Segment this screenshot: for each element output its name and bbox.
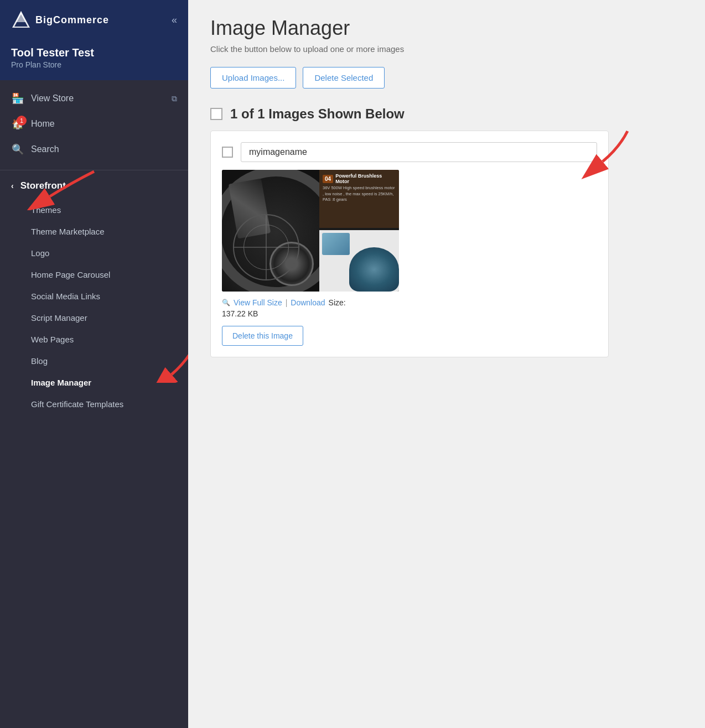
bigcommerce-logo-icon bbox=[11, 10, 31, 30]
view-store-label: View Store bbox=[31, 93, 74, 103]
motor-number: 04 bbox=[323, 175, 333, 183]
main-content: Image Manager Click the button below to … bbox=[188, 0, 705, 728]
store-icon: 🏪 bbox=[11, 92, 24, 105]
image-preview-left bbox=[222, 170, 319, 292]
image-preview-motor bbox=[319, 230, 399, 292]
sidebar-item-image-manager[interactable]: Image Manager bbox=[0, 372, 188, 393]
image-card: 04 Powerful Brushless Motor 36V 500W Hig… bbox=[210, 131, 609, 357]
sidebar-item-view-store[interactable]: 🏪 View Store ⧉ bbox=[0, 86, 188, 111]
image-preview-right: 04 Powerful Brushless Motor 36V 500W Hig… bbox=[319, 170, 399, 292]
sidebar-item-gift-certificate-templates[interactable]: Gift Certificate Templates bbox=[0, 393, 188, 415]
motor-description: 36V 500W High speed brushless motor , lo… bbox=[323, 185, 396, 203]
sidebar-item-theme-marketplace[interactable]: Theme Marketplace bbox=[0, 221, 188, 242]
delete-image-button[interactable]: Delete this Image bbox=[222, 326, 303, 346]
image-preview-wrapper: 04 Powerful Brushless Motor 36V 500W Hig… bbox=[222, 170, 597, 292]
home-label: Home bbox=[31, 119, 55, 129]
delete-selected-button[interactable]: Delete Selected bbox=[303, 67, 385, 89]
image-select-checkbox[interactable] bbox=[222, 147, 233, 158]
size-label: Size: bbox=[329, 298, 346, 307]
nav-section-main: 🏪 View Store ⧉ 🏠 1 Home 🔍 Search bbox=[0, 80, 188, 168]
view-full-size-link[interactable]: View Full Size bbox=[234, 298, 282, 307]
store-name: Tool Tester Test bbox=[11, 46, 177, 59]
sidebar-header: BigCommerce « bbox=[0, 0, 188, 40]
sidebar-item-social-media-links[interactable]: Social Media Links bbox=[0, 285, 188, 307]
sidebar-item-home-page-carousel[interactable]: Home Page Carousel bbox=[0, 264, 188, 285]
sidebar-item-search[interactable]: 🔍 Search bbox=[0, 137, 188, 162]
action-buttons: Upload Images... Delete Selected bbox=[210, 67, 683, 89]
select-all-checkbox[interactable] bbox=[210, 108, 222, 120]
collapse-button[interactable]: « bbox=[172, 14, 177, 26]
sidebar-item-blog[interactable]: Blog bbox=[0, 350, 188, 372]
image-card-header bbox=[222, 142, 597, 162]
store-plan: Pro Plan Store bbox=[11, 60, 177, 69]
storefront-section: ‹ Storefront Themes Theme Marketplace Lo… bbox=[0, 173, 188, 415]
storefront-label: Storefront bbox=[20, 180, 66, 191]
images-header: 1 of 1 Images Shown Below bbox=[210, 106, 683, 122]
search-icon: 🔍 bbox=[11, 143, 24, 155]
svg-marker-2 bbox=[15, 11, 27, 22]
image-meta: 🔍 View Full Size | Download Size: 137.22… bbox=[222, 298, 597, 318]
storefront-title[interactable]: ‹ Storefront bbox=[0, 173, 188, 199]
sidebar-item-themes[interactable]: Themes bbox=[0, 199, 188, 221]
page-title: Image Manager bbox=[210, 17, 683, 40]
download-link[interactable]: Download bbox=[291, 298, 325, 307]
logo-text: BigCommerce bbox=[35, 14, 109, 26]
image-manager-label: Image Manager bbox=[31, 378, 91, 387]
search-label: Search bbox=[31, 144, 59, 154]
sidebar-item-home[interactable]: 🏠 1 Home bbox=[0, 111, 188, 137]
sidebar: BigCommerce « Tool Tester Test Pro Plan … bbox=[0, 0, 188, 728]
external-link-icon: ⧉ bbox=[172, 94, 177, 103]
logo-area: BigCommerce bbox=[11, 10, 109, 30]
chevron-left-icon: ‹ bbox=[11, 181, 14, 190]
size-value: 137.22 KB bbox=[222, 309, 597, 318]
motor-visual bbox=[349, 247, 399, 292]
upload-images-button[interactable]: Upload Images... bbox=[210, 67, 296, 89]
image-preview-info: 04 Powerful Brushless Motor 36V 500W Hig… bbox=[319, 170, 399, 228]
store-info: Tool Tester Test Pro Plan Store bbox=[0, 40, 188, 80]
motor-title: Powerful Brushless Motor bbox=[335, 173, 396, 184]
sidebar-item-web-pages[interactable]: Web Pages bbox=[0, 329, 188, 350]
image-name-input[interactable] bbox=[241, 142, 597, 162]
page-subtitle: Click the button below to upload one or … bbox=[210, 44, 683, 54]
nav-divider bbox=[0, 170, 188, 170]
image-meta-links: 🔍 View Full Size | Download Size: bbox=[222, 298, 597, 307]
motor-label: 04 Powerful Brushless Motor bbox=[323, 173, 396, 184]
image-preview: 04 Powerful Brushless Motor 36V 500W Hig… bbox=[222, 170, 399, 292]
meta-separator: | bbox=[286, 298, 288, 307]
magnify-icon: 🔍 bbox=[222, 299, 230, 306]
home-badge: 1 bbox=[17, 116, 27, 126]
sidebar-item-script-manager[interactable]: Script Manager bbox=[0, 307, 188, 329]
sidebar-item-logo[interactable]: Logo bbox=[0, 242, 188, 264]
images-count: 1 of 1 Images Shown Below bbox=[230, 106, 405, 122]
